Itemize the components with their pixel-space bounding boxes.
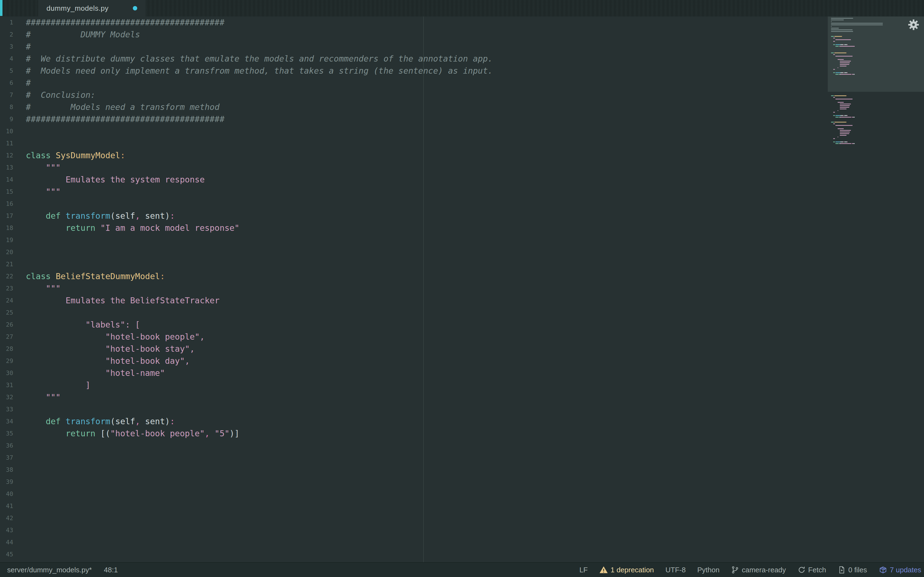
code-line [26,524,493,536]
code-line [26,307,493,319]
status-item-label: UTF-8 [666,566,686,574]
line-number: 28 [0,343,15,355]
line-number: 37 [0,452,15,464]
code-content: ########################################… [26,16,493,561]
status-item-encoding[interactable]: UTF-8 [666,566,686,574]
code-line: # Models need a transform method [26,101,493,113]
line-number: 2 [0,29,15,41]
package-icon [879,566,887,574]
line-number: 41 [0,500,15,512]
status-item-label: camera-ready [741,566,786,574]
status-item-package-updates[interactable]: 7 updates [879,566,921,574]
line-number: 1 [0,16,15,29]
gear-icon[interactable] [908,19,919,31]
line-number: 39 [0,476,15,488]
code-line: # [26,41,493,53]
code-line: ] [26,379,493,391]
tab-label: dummy_models.py [47,4,108,13]
code-line [26,198,493,210]
code-line: return [("hotel-book people", "5")] [26,427,493,440]
code-line [26,548,493,561]
line-number: 16 [0,198,15,210]
line-number: 17 [0,210,15,222]
code-line: def transform(self, sent): [26,210,493,222]
status-item-label: Python [697,566,719,574]
line-number: 22 [0,270,15,282]
line-number: 32 [0,391,15,403]
code-line [26,125,493,137]
status-item-label: 0 files [848,566,867,574]
code-line: "hotel-book people", [26,331,493,343]
line-number: 10 [0,125,15,137]
atom-editor-window: { "tab_bar": { "active_tab": { "label": … [0,0,924,577]
line-number: 29 [0,355,15,367]
code-line: Emulates the system response [26,174,493,186]
file-path[interactable]: server/dummy_models.py* [7,566,92,574]
line-number: 7 [0,89,15,101]
line-number: 14 [0,174,15,186]
status-item-label: Fetch [808,566,826,574]
code-line [26,536,493,548]
code-line [26,476,493,488]
cursor-position[interactable]: 48:1 [104,566,118,574]
line-number: 34 [0,416,15,427]
code-line: class BeliefStateDummyModel: [26,270,493,282]
code-line: "hotel-book day", [26,355,493,367]
line-number: 8 [0,101,15,113]
line-number: 23 [0,282,15,295]
code-line: Emulates the BeliefStateTracker [26,295,493,307]
line-number: 30 [0,367,15,379]
line-number: 4 [0,53,15,65]
code-line: # DUMMY Models [26,29,493,41]
active-pane-accent-bar [0,0,2,16]
code-line [26,246,493,258]
line-number: 5 [0,65,15,77]
status-item-fetch[interactable]: Fetch [798,566,826,574]
code-line [26,258,493,270]
line-number: 26 [0,319,15,331]
line-number: 20 [0,246,15,258]
line-number: 38 [0,464,15,476]
code-line [26,464,493,476]
code-line: """ [26,161,493,174]
code-line [26,488,493,500]
status-item-changed-files[interactable]: 0 files [838,566,867,574]
code-editor[interactable]: 1234567891011121314151617181920212223242… [0,16,924,562]
status-left: server/dummy_models.py* 48:1 [7,566,118,574]
status-item-deprecation[interactable]: 1 deprecation [599,566,654,574]
status-item-grammar[interactable]: Python [697,566,719,574]
line-number: 21 [0,258,15,270]
code-line [26,137,493,150]
code-line: "hotel-name" [26,367,493,379]
line-number: 36 [0,440,15,452]
warning-icon [599,566,608,574]
code-line: # We distribute dummy classes that emula… [26,53,493,65]
status-item-label: 7 updates [890,566,921,574]
tab-dummy-models[interactable]: dummy_models.py [38,0,145,16]
modified-dot-icon[interactable] [133,6,137,10]
code-line: # [26,77,493,89]
code-line: ######################################## [26,16,493,29]
line-number: 33 [0,403,15,416]
line-number: 12 [0,150,15,161]
line-number: 9 [0,113,15,125]
line-number: 25 [0,307,15,319]
code-line: "hotel-book stay", [26,343,493,355]
status-item-label: 1 deprecation [611,566,654,574]
code-line: return "I am a mock model response" [26,222,493,234]
line-number: 31 [0,379,15,391]
status-item-label: LF [580,566,588,574]
status-item-line-ending[interactable]: LF [580,566,588,574]
line-number: 27 [0,331,15,343]
code-line: # Models need only implement a transfrom… [26,65,493,77]
line-number: 15 [0,186,15,198]
line-number: 43 [0,524,15,536]
code-line: # Conclusion: [26,89,493,101]
diff-file-icon [838,566,846,574]
line-number: 6 [0,77,15,89]
status-right: LF1 deprecationUTF-8Pythoncamera-readyFe… [580,566,921,574]
status-item-git-branch[interactable]: camera-ready [731,566,786,574]
line-number: 40 [0,488,15,500]
minimap[interactable] [828,16,924,562]
code-line: """ [26,282,493,295]
